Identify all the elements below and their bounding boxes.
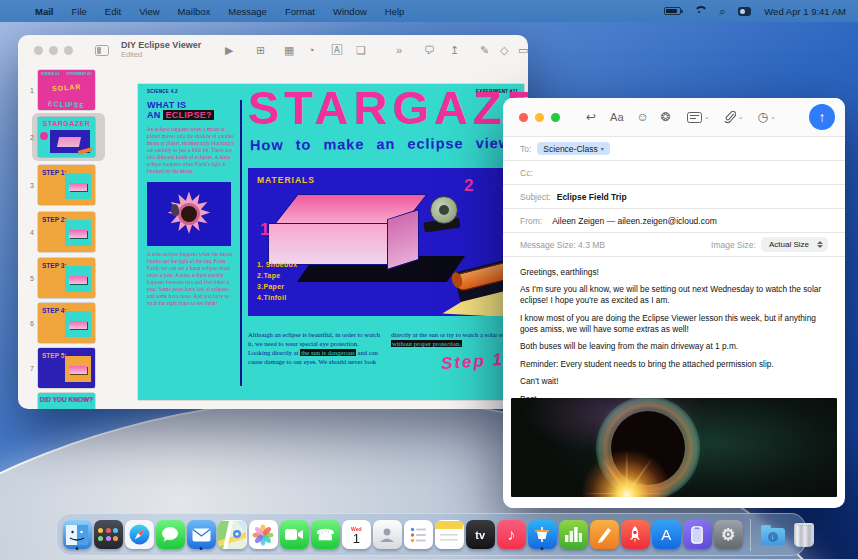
slide-thumbnail-7[interactable]: 7 STEP 5: <box>18 348 95 388</box>
slide-number: 5 <box>18 275 34 282</box>
dock-downloads[interactable]: ↓ <box>759 520 788 549</box>
thumb3-label: STEP 1: <box>42 169 66 176</box>
undo-icon[interactable]: ↩ <box>586 110 596 124</box>
send-later-icon[interactable]: ◷⌄ <box>758 110 776 124</box>
menu-clock[interactable]: Wed Apr 1 9:41 AM <box>764 6 846 17</box>
format-icon[interactable]: ✎ <box>480 35 498 65</box>
dock-pages[interactable] <box>590 520 619 549</box>
menu-message[interactable]: Message <box>228 6 267 17</box>
control-center-icon[interactable] <box>738 7 751 16</box>
comment-icon[interactable]: 🗩 <box>424 35 442 65</box>
play-icon[interactable]: ▶ <box>225 35 243 65</box>
menu-help[interactable]: Help <box>385 6 405 17</box>
dock-reminders[interactable] <box>404 520 433 549</box>
menu-edit[interactable]: Edit <box>105 6 121 17</box>
eclipse-paragraph-2: A solar eclipse happens when the moon bl… <box>147 251 235 308</box>
minimize-button[interactable] <box>49 46 58 55</box>
trash-icon <box>794 523 814 547</box>
wifi-icon[interactable] <box>694 6 706 16</box>
slide-thumbnail-4[interactable]: 4 STEP 2: <box>18 212 95 252</box>
eclipse-shadow-icon <box>171 204 179 216</box>
slide-thumbnail-8[interactable]: DID YOU KNOW? <box>18 393 95 409</box>
dock-settings[interactable]: ⚙ <box>714 520 743 549</box>
share-icon[interactable]: ↥ <box>450 35 468 65</box>
thumb7-label: STEP 5: <box>42 352 66 359</box>
subject-value: Eclipse Field Trip <box>557 192 627 202</box>
stamp-icon[interactable]: ❂ <box>661 110 671 124</box>
minimize-button[interactable] <box>535 113 544 122</box>
text-icon[interactable]: 🄰 <box>332 35 350 65</box>
dock-rocket[interactable] <box>621 520 650 549</box>
format-text-icon[interactable]: Aa <box>610 111 623 123</box>
search-icon[interactable]: ⌕ <box>719 5 725 18</box>
from-field[interactable]: From: Aileen Zeigen — aileen.zeigen@iclo… <box>503 208 845 232</box>
stargazer-slide[interactable]: SCIENCE 4.2 EXPERIMENT #11 WHAT IS AN EC… <box>138 84 524 400</box>
battery-icon[interactable] <box>664 7 681 15</box>
to-field[interactable]: To: Science-Class▾ <box>503 136 845 160</box>
dock-music[interactable]: ♪ <box>497 520 526 549</box>
subject-label: Subject: <box>520 192 551 202</box>
eclipse-photo-attachment[interactable] <box>511 398 837 497</box>
emoji-icon[interactable]: ☺ <box>637 110 649 124</box>
message-size: Message Size: 4.3 MB <box>520 240 605 250</box>
mail-traffic-lights <box>519 113 560 122</box>
column-divider <box>240 100 242 386</box>
add-slide-icon[interactable]: ⊞ <box>256 35 274 65</box>
menu-view[interactable]: View <box>139 6 159 17</box>
menu-mail[interactable]: Mail <box>35 6 53 17</box>
dock-tv[interactable]: tv <box>466 520 495 549</box>
dock-safari[interactable] <box>125 520 154 549</box>
recipient-token[interactable]: Science-Class▾ <box>537 142 609 155</box>
menu-bar: Mail File Edit View Mailbox Message Form… <box>0 0 858 22</box>
shapes-icon[interactable]: ❏ <box>356 35 374 65</box>
chart-icon[interactable]: ◔ <box>308 35 326 65</box>
subject-field[interactable]: Subject: Eclipse Field Trip <box>503 184 845 208</box>
animate-icon[interactable]: ◇ <box>500 35 518 65</box>
menu-window[interactable]: Window <box>333 6 367 17</box>
dock-photos[interactable] <box>249 520 278 549</box>
header-fields-icon[interactable]: ⌄ <box>687 112 710 123</box>
message-body[interactable]: Greetings, earthlings! As I'm sure you a… <box>503 256 845 415</box>
dock-iphone-mirroring[interactable] <box>683 520 712 549</box>
more-icon[interactable]: » <box>396 35 414 65</box>
dock-phone[interactable]: ☎ <box>311 520 340 549</box>
zoom-button[interactable] <box>64 46 73 55</box>
dock-mail[interactable] <box>187 520 216 549</box>
attach-icon[interactable]: ⌄ <box>724 111 744 124</box>
dock-facetime[interactable] <box>280 520 309 549</box>
menu-mailbox[interactable]: Mailbox <box>178 6 211 17</box>
heading-what-is: WHAT IS <box>147 100 186 110</box>
slide-thumbnail-3[interactable]: 3 STEP 1: <box>18 165 95 205</box>
dock-messages[interactable] <box>156 520 185 549</box>
dock-contacts[interactable] <box>373 520 402 549</box>
from-value: Aileen Zeigen — aileen.zeigen@icloud.com <box>552 216 717 226</box>
menu-format[interactable]: Format <box>285 6 315 17</box>
slide-thumbnail-2-selected[interactable]: 2 STARGAZER <box>18 117 95 157</box>
material-item-tinfoil: 4.Tinfoil <box>257 293 297 304</box>
menu-file[interactable]: File <box>71 6 86 17</box>
zoom-button[interactable] <box>551 113 560 122</box>
dock-trash[interactable] <box>790 520 819 549</box>
close-button[interactable] <box>34 46 43 55</box>
dock-calendar[interactable]: Wed 1 <box>342 520 371 549</box>
table-icon[interactable]: ▦ <box>284 35 302 65</box>
stargazer-subtitle: How to make an eclipse viewer! <box>250 135 528 153</box>
dock-appstore[interactable]: A <box>652 520 681 549</box>
slide-thumbnail-6[interactable]: 6 STEP 4: <box>18 303 95 343</box>
image-size-select[interactable]: Actual Size <box>761 237 828 252</box>
slide-thumbnail-5[interactable]: 5 STEP 3: <box>18 258 95 298</box>
image-size-value: Actual Size <box>769 240 809 249</box>
dock-launchpad[interactable] <box>94 520 123 549</box>
dock-notes[interactable] <box>435 520 464 549</box>
close-button[interactable] <box>519 113 528 122</box>
dock-maps[interactable] <box>218 520 247 549</box>
slide-thumbnail-1[interactable]: 1 SCIENCE 4.2 EXPERIMENT #11 SOLAR ECLIP… <box>18 70 95 110</box>
send-button[interactable]: ↑ <box>809 104 835 130</box>
eclipse-paragraph-1: An eclipse happens when a moon or planet… <box>147 126 235 176</box>
cc-field[interactable]: Cc: <box>503 160 845 184</box>
document-icon[interactable]: ▭ <box>518 35 528 65</box>
dock-finder[interactable] <box>63 520 92 549</box>
dock-keynote[interactable] <box>528 520 557 549</box>
dock-numbers[interactable] <box>559 520 588 549</box>
sidebar-toggle-icon[interactable] <box>95 45 109 56</box>
